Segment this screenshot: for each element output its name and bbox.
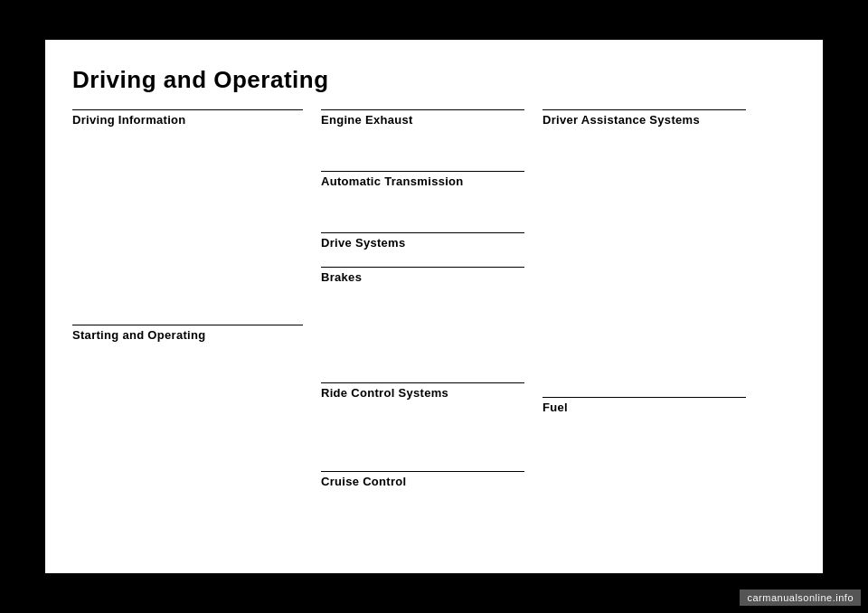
ride-control-systems-heading: Ride Control Systems — [321, 382, 524, 402]
column-right: Driver Assistance Systems Fuel — [542, 109, 764, 543]
cruise-control-heading: Cruise Control — [321, 471, 524, 491]
brakes-heading: Brakes — [321, 267, 524, 287]
driving-information-heading: Driving Information — [72, 109, 303, 129]
column-left: Driving Information Starting and Operati… — [72, 109, 321, 543]
main-title: Driving and Operating — [72, 67, 796, 93]
drive-systems-heading: Drive Systems — [321, 232, 524, 252]
watermark-logo: carmanualsonline.info — [740, 589, 861, 606]
fuel-heading: Fuel — [542, 397, 746, 417]
automatic-transmission-heading: Automatic Transmission — [321, 171, 524, 191]
column-middle: Engine Exhaust Automatic Transmission Dr… — [321, 109, 542, 543]
driver-assistance-systems-heading: Driver Assistance Systems — [542, 109, 746, 129]
page-content: Driving and Operating Driving Informatio… — [45, 40, 823, 573]
engine-exhaust-heading: Engine Exhaust — [321, 109, 524, 129]
starting-and-operating-heading: Starting and Operating — [72, 325, 303, 344]
